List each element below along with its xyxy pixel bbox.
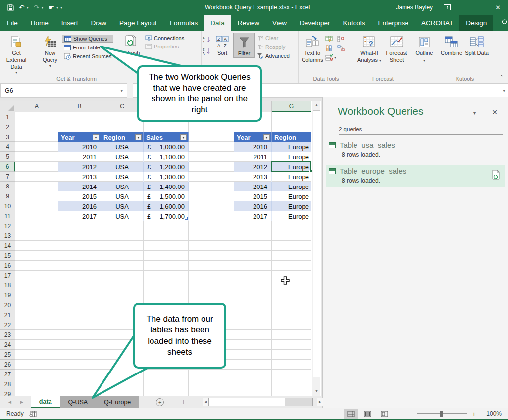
customize-quick-access-icon[interactable]: ▾ [60, 5, 62, 10]
row-header-15[interactable]: 15 [0, 251, 15, 261]
remove-duplicates-icon[interactable] [325, 45, 336, 51]
new-sheet-button[interactable]: + [156, 396, 164, 408]
zoom-slider-track[interactable] [417, 413, 467, 414]
ribbon-tab-formulas[interactable]: Formulas [163, 15, 204, 31]
ribbon-tab-draw[interactable]: Draw [85, 15, 113, 31]
table-cell[interactable]: USA [101, 162, 144, 172]
table-cell[interactable]: 2010 [234, 142, 272, 152]
row-header-27[interactable]: 27 [0, 370, 15, 379]
zoom-slider-thumb[interactable] [440, 411, 443, 417]
table-cell[interactable]: 2015 [58, 191, 101, 201]
save-icon[interactable] [7, 4, 14, 11]
table-cell[interactable]: USA [101, 191, 144, 201]
row-header-26[interactable]: 26 [0, 360, 15, 370]
get-external-data-button[interactable]: Get External Data▾ [1, 33, 31, 75]
undo-icon[interactable]: ↶ [19, 4, 25, 11]
undo-dropdown-icon[interactable]: ▾ [27, 5, 29, 10]
row-header-10[interactable]: 10 [0, 201, 15, 211]
minimize-button[interactable]: — [461, 4, 468, 11]
row-header-3[interactable]: 3 [0, 132, 15, 142]
forecast-sheet-button[interactable]: Forecast Sheet [384, 33, 409, 64]
row-header-7[interactable]: 7 [0, 172, 15, 182]
connections-button[interactable]: Connections [143, 35, 186, 42]
table-cell[interactable]: £1,300.00 [144, 172, 189, 182]
touch-mouse-mode-icon[interactable]: ☛ [49, 4, 55, 11]
table-cell[interactable]: Europe [272, 211, 311, 221]
filter-dropdown-icon[interactable]: ▼ [135, 134, 142, 140]
table-resize-handle[interactable] [185, 217, 188, 220]
table-cell[interactable]: 2012 [234, 162, 272, 172]
sheet-scroll-left-icon[interactable]: ◄ [7, 399, 12, 405]
row-header-9[interactable]: 9 [0, 191, 15, 201]
ribbon-tab-view[interactable]: View [266, 15, 293, 31]
filter-button[interactable]: Filter [233, 33, 255, 58]
name-box[interactable]: G6 ▾ [0, 83, 127, 98]
ribbon-tab-data[interactable]: Data [204, 15, 231, 31]
zoom-out-button[interactable]: − [406, 410, 416, 418]
table-cell[interactable]: 2013 [234, 172, 272, 182]
flash-fill-icon[interactable] [325, 36, 336, 42]
table-cell[interactable]: £1,600.00 [144, 201, 189, 211]
ribbon-tab-file[interactable]: File [0, 15, 24, 31]
row-header-23[interactable]: 23 [0, 330, 15, 340]
table-header-cell[interactable]: Region [272, 132, 311, 142]
row-header-2[interactable]: 2 [0, 122, 15, 132]
table-cell[interactable]: 2012 [58, 162, 101, 172]
query-item-table_usa_sales[interactable]: Table_usa_sales8 rows loaded. [326, 139, 505, 162]
table-cell[interactable]: Europe [272, 142, 311, 152]
from-table-button[interactable]: From Table [62, 44, 113, 51]
query-item-table_europe_sales[interactable]: Table_europe_sales8 rows loaded. [326, 165, 505, 187]
table-cell[interactable]: 2017 [58, 211, 101, 221]
what-if-analysis-button[interactable]: ? What-If Analysis ▾ [355, 33, 384, 64]
new-query-button[interactable]: New Query▾ [38, 33, 62, 69]
hscroll-track[interactable] [209, 398, 313, 406]
column-header-B[interactable]: B [58, 101, 101, 112]
filter-dropdown-icon[interactable]: ▼ [263, 134, 270, 140]
table-cell[interactable]: £1,700.00 [144, 211, 189, 221]
table-cell[interactable]: 2013 [58, 172, 101, 182]
select-all-corner[interactable] [0, 101, 15, 112]
vscroll-down-icon[interactable]: ▼ [313, 387, 320, 395]
sort-az-icon[interactable]: AZ [203, 36, 211, 44]
sort-button[interactable]: ZAAZ Sort [211, 33, 233, 57]
dropdown-icon[interactable]: ▾ [334, 55, 336, 60]
table-cell[interactable]: USA [101, 172, 144, 182]
row-header-24[interactable]: 24 [0, 340, 15, 350]
sheet-scroll-right-icon[interactable]: ► [19, 399, 24, 405]
column-header-A[interactable]: A [15, 101, 58, 112]
table-cell[interactable]: Europe [272, 201, 311, 211]
row-header-17[interactable]: 17 [0, 271, 15, 280]
vscroll-up-icon[interactable]: ▲ [313, 101, 320, 109]
text-to-columns-button[interactable]: Text to Columns [300, 33, 325, 64]
ribbon-tab-tell-me[interactable]: Tell me [495, 15, 508, 31]
table-header-cell[interactable]: Sales▼ [144, 132, 189, 142]
row-header-25[interactable]: 25 [0, 350, 15, 360]
table-cell[interactable]: £1,500.00 [144, 191, 189, 201]
query-name[interactable]: Table_europe_sales [340, 167, 406, 175]
show-queries-button[interactable]: Show Queries [62, 35, 113, 43]
formula-bar-expand-icon[interactable]: ▾ [503, 88, 508, 93]
table-cell[interactable]: £1,100.00 [144, 152, 189, 162]
zoom-in-button[interactable]: + [469, 410, 479, 418]
ribbon-tab-home[interactable]: Home [24, 15, 55, 31]
sheet-tab-q-usa[interactable]: Q-USA [60, 396, 97, 408]
tabbar-splitter[interactable]: ⁞ [183, 396, 184, 408]
table-cell[interactable]: 2011 [58, 152, 101, 162]
macro-record-icon[interactable] [29, 411, 37, 417]
ribbon-tab-enterprise[interactable]: Enterprise [372, 15, 415, 31]
sort-za-icon[interactable]: ZA [203, 47, 211, 55]
vscroll-thumb[interactable] [313, 110, 320, 377]
table-cell[interactable]: Europe [272, 191, 311, 201]
row-header-18[interactable]: 18 [0, 280, 15, 290]
split-data-button[interactable]: Split Data [465, 33, 489, 57]
table-cell[interactable]: £1,000.00 [144, 142, 189, 152]
ribbon-tab-kutools[interactable]: Kutools [337, 15, 372, 31]
table-cell[interactable]: Europe [272, 172, 311, 182]
vertical-scrollbar[interactable]: ▲▼ [312, 101, 320, 396]
data-validation-icon[interactable] [325, 54, 333, 61]
table-header-cell[interactable]: Region▼ [101, 132, 144, 142]
table-cell[interactable]: USA [101, 142, 144, 152]
table-header-cell[interactable]: Year▼ [58, 132, 101, 142]
page-break-preview-button[interactable] [377, 409, 392, 419]
hscroll-right-icon[interactable]: ► [317, 398, 323, 406]
